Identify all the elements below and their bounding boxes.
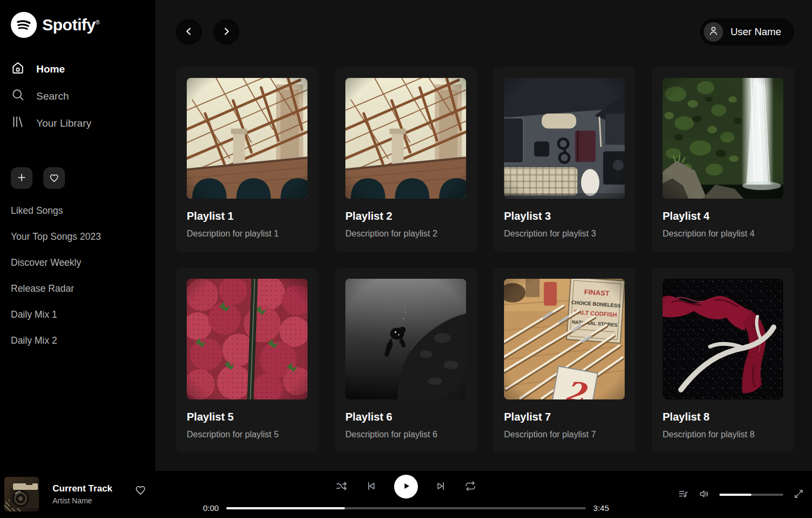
sidebar-playlist-list: Liked Songs Your Top Songs 2023 Discover… [11, 205, 147, 346]
playlist-title: Playlist 7 [504, 411, 625, 423]
user-menu-button[interactable]: User Name [700, 18, 794, 45]
next-button[interactable] [435, 481, 447, 493]
forward-button[interactable] [213, 19, 239, 45]
playlist-description: Description for playlist 3 [504, 229, 625, 239]
search-icon [11, 88, 25, 104]
sidebar-playlist-discover-weekly[interactable]: Discover Weekly [11, 257, 147, 268]
user-icon [708, 25, 719, 40]
previous-button[interactable] [365, 481, 377, 493]
sidebar-item-your-library[interactable]: Your Library [11, 114, 147, 133]
playlist-description: Description for playlist 6 [345, 430, 466, 440]
artist-name: Artist Name [53, 496, 113, 505]
create-playlist-button[interactable] [11, 167, 32, 189]
chevron-left-icon [184, 26, 194, 38]
playlist-card-2[interactable]: Playlist 2 Description for playlist 2 [335, 67, 477, 252]
playlist-card-5[interactable]: Playlist 5 Description for playlist 5 [176, 268, 318, 453]
play-icon [399, 479, 413, 495]
previous-icon [365, 480, 377, 494]
sidebar-playlist-daily-mix-2[interactable]: Daily Mix 2 [11, 335, 147, 346]
volume-slider[interactable] [719, 494, 783, 496]
playlist-title: Playlist 1 [187, 210, 307, 222]
playlist-card-8[interactable]: Playlist 8 Description for playlist 8 [652, 268, 794, 453]
sidebar-playlist-release-radar[interactable]: Release Radar [11, 283, 147, 294]
next-icon [435, 480, 447, 494]
shuffle-button[interactable] [336, 481, 348, 493]
liked-songs-button[interactable] [43, 167, 65, 189]
playlist-title: Playlist 5 [187, 411, 307, 423]
player-center: 0:00 3:45 [203, 475, 609, 513]
playlist-title: Playlist 2 [345, 210, 466, 222]
topbar: User Name [155, 0, 812, 45]
now-playing: Current Track Artist Name [4, 477, 147, 512]
sidebar-item-label: Search [36, 90, 69, 102]
sidebar-playlist-liked-songs[interactable]: Liked Songs [11, 205, 147, 217]
playlist-card-4[interactable]: Playlist 4 Description for playlist 4 [652, 67, 794, 252]
progress-bar[interactable] [226, 507, 586, 509]
track-info: Current Track Artist Name [53, 483, 113, 505]
trademark-symbol: ® [95, 19, 100, 25]
like-track-button[interactable] [134, 483, 147, 497]
playlist-description: Description for playlist 7 [504, 430, 625, 440]
playlist-cover-image [345, 78, 466, 199]
back-button[interactable] [176, 19, 202, 45]
main-content: User Name Playlist 1 Description for pla… [155, 0, 812, 471]
repeat-icon [464, 480, 476, 494]
playlist-title: Playlist 8 [663, 411, 783, 423]
playlist-description: Description for playlist 2 [345, 229, 466, 239]
playlist-card-7[interactable]: Playlist 7 Description for playlist 7 [493, 268, 636, 453]
playlist-card-1[interactable]: Playlist 1 Description for playlist 1 [176, 67, 318, 252]
playlist-description: Description for playlist 5 [187, 430, 307, 440]
playlist-cover-image [504, 78, 625, 199]
queue-icon [678, 488, 689, 501]
sidebar-item-label: Your Library [36, 117, 91, 129]
playlist-cover-image [663, 78, 783, 199]
spotify-logo[interactable]: Spotify® [11, 12, 147, 38]
playlist-title: Playlist 4 [663, 210, 783, 222]
sidebar-playlist-daily-mix-1[interactable]: Daily Mix 1 [11, 309, 147, 320]
playlist-cover-image [504, 279, 625, 399]
chevron-right-icon [221, 26, 232, 38]
sidebar-item-label: Home [36, 63, 65, 75]
volume-button[interactable] [698, 489, 710, 501]
repeat-button[interactable] [464, 481, 476, 493]
playlist-description: Description for playlist 1 [187, 229, 307, 239]
user-avatar [704, 22, 723, 42]
playlist-card-3[interactable]: Playlist 3 Description for playlist 3 [493, 67, 636, 252]
sidebar-item-search[interactable]: Search [11, 87, 147, 106]
volume-icon [699, 488, 710, 501]
play-button[interactable] [394, 475, 418, 499]
sidebar-actions [11, 167, 147, 189]
playlist-description: Description for playlist 8 [663, 430, 783, 440]
playback-controls [203, 475, 609, 499]
sidebar-playlist-your-top-songs-2023[interactable]: Your Top Songs 2023 [11, 231, 147, 242]
track-title: Current Track [53, 483, 113, 494]
player-right-controls [677, 471, 804, 518]
shuffle-icon [336, 480, 348, 494]
playlist-cover-image [187, 78, 307, 199]
playlist-title: Playlist 6 [345, 411, 466, 423]
player-bar: Current Track Artist Name [0, 471, 812, 518]
sidebar-nav: Home Search Your Library [11, 60, 147, 133]
playlist-grid: Playlist 1 Description for playlist 1 Pl… [155, 45, 812, 453]
album-art [4, 477, 39, 512]
duration-time: 3:45 [593, 503, 609, 513]
plus-icon [16, 172, 27, 185]
spotify-logo-icon [11, 12, 37, 38]
history-nav-buttons [176, 19, 239, 45]
user-name-label: User Name [730, 26, 781, 38]
queue-button[interactable] [677, 489, 689, 501]
progress-fill [226, 507, 345, 509]
playlist-card-6[interactable]: Playlist 6 Description for playlist 6 [335, 268, 477, 453]
fullscreen-button[interactable] [793, 489, 804, 501]
playlist-cover-image [187, 279, 307, 399]
progress-row: 0:00 3:45 [203, 503, 609, 513]
home-icon [11, 61, 25, 77]
sidebar-item-home[interactable]: Home [11, 60, 147, 78]
playlist-description: Description for playlist 4 [663, 229, 783, 239]
app-layout: Spotify® Home Search [0, 0, 812, 471]
app-title: Spotify® [42, 16, 100, 34]
heart-icon [134, 489, 147, 497]
volume-fill [719, 494, 751, 496]
library-icon [11, 115, 25, 132]
sidebar: Spotify® Home Search [0, 0, 155, 471]
